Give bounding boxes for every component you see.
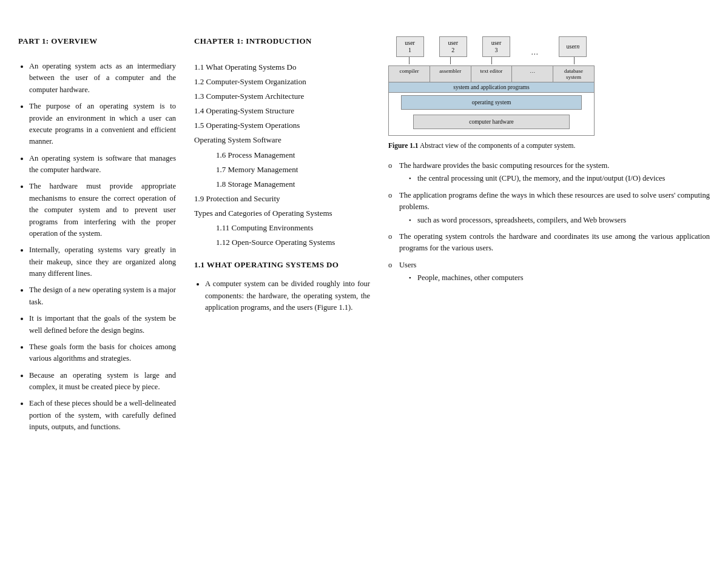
left-bullet-item: The purpose of an operating system is to… [29,101,176,148]
left-bullet-list: An operating system acts as an intermedi… [18,61,176,433]
vline-dots [533,57,533,65]
user-col-n: usern [559,36,587,57]
right-bullet-item: The application programs define the ways… [388,190,710,226]
bottom-spacer [389,132,594,135]
user-col-3: user3 [482,36,510,57]
toc-item: 1.8 Storage Management [194,178,370,191]
left-bullet-item: An operating system acts as an intermedi… [29,61,176,96]
user-box-1: user1 [396,36,424,57]
section-bullet-item: A computer system can be divided roughly… [205,278,370,313]
left-bullet-item: The hardware must provide appropriate me… [29,181,176,239]
text-editor-cell: text editor [471,66,513,82]
toc-item: 1.12 Open-Source Operating Systems [194,236,370,249]
vline-3 [491,57,492,64]
system-programs-row: compiler assembler text editor … databas… [389,66,594,82]
section-title: 1.1 WHAT OPERATING SYSTEMS DO [194,260,370,270]
right-bullet-item: UsersPeople, machines, other computers [388,259,710,284]
os-row-wrapper: operating system [389,93,594,112]
right-bullet-list: The hardware provides the basic computin… [388,160,710,284]
database-cell: databasesystem [553,66,594,82]
left-bullet-item: Each of these pieces should be a well-de… [29,398,176,433]
os-box: operating system [401,95,582,110]
section-bullet-list: A computer system can be divided roughly… [194,278,370,313]
right-sub-item: People, machines, other computers [409,272,710,284]
right-sub-item: the central processing unit (CPU), the m… [409,173,710,184]
toc-item: 1.3 Computer-System Architecture [194,90,370,103]
left-bullet-item: Internally, operating systems vary great… [29,244,176,279]
right-sub-list: People, machines, other computers [399,272,710,284]
right-sub-list: the central processing unit (CPU), the m… [399,173,710,184]
figure-caption-text: Abstract view of the components of a com… [420,142,575,149]
user-col-2: user2 [439,36,467,57]
toc-item: 1.2 Computer-System Organization [194,75,370,89]
right-sub-item: such as word processors, spreadsheets, c… [409,215,710,226]
user-box-3: user3 [482,36,510,57]
figure-container: user1 user2 user3 … usern [388,36,710,150]
toc-item: 1.1 What Operating Systems Do [194,61,370,74]
user-box-n: usern [559,36,587,57]
toc-item: 1.7 Memory Management [194,163,370,176]
middle-column: CHAPTER 1: INTRODUCTION 1.1 What Operati… [188,36,376,538]
right-bullet-item: The operating system controls the hardwa… [388,231,710,255]
right-sub-list: such as word processors, spreadsheets, c… [399,215,710,226]
toc-section: 1.1 What Operating Systems Do1.2 Compute… [194,61,370,249]
toc-item: Types and Categories of Operating System… [194,207,370,220]
hw-row-wrapper: computer hardware [389,112,594,132]
figure-caption: Figure 1.1 Abstract view of the componen… [388,141,575,150]
users-row: user1 user2 user3 … usern [388,36,595,57]
user-box-2: user2 [439,36,467,57]
toc-item: 1.6 Process Management [194,149,370,162]
toc-item: 1.5 Operating-System Operations [194,119,370,132]
page-container: PART 1: OVERVIEW An operating system act… [0,0,728,562]
assembler-cell: assembler [430,66,471,82]
left-bullet-item: The design of a new operating system is … [29,284,176,308]
toc-item: 1.11 Computing Environments [194,221,370,235]
figure-caption-bold: Figure 1.1 [388,142,419,149]
left-bullet-item: An operating system is software that man… [29,153,176,176]
toc-item: 1.9 Protection and Security [194,192,370,206]
chapter-title: CHAPTER 1: INTRODUCTION [194,36,370,46]
right-column: user1 user2 user3 … usern [376,36,710,538]
vline-n [574,57,575,64]
left-bullet-item: These goals form the basis for choices a… [29,341,176,365]
left-bullet-item: It is important that the goals of the sy… [29,313,176,336]
left-bullet-item: Because an operating system is large and… [29,370,176,393]
hw-box: computer hardware [413,115,570,129]
toc-item: Operating System Software [194,133,370,147]
user-col-dots: … [525,48,544,57]
dots-label: … [525,48,544,57]
inner-diagram: compiler assembler text editor … databas… [388,65,595,136]
left-column: PART 1: OVERVIEW An operating system act… [18,36,188,538]
vline-2 [450,57,451,64]
user-col-1: user1 [396,36,424,57]
dots-cell: … [512,66,553,82]
compiler-cell: compiler [389,66,430,82]
connector-lines [388,57,595,65]
sys-app-label: system and application programs [389,82,594,93]
right-bullet-item: The hardware provides the basic computin… [388,160,710,185]
vline-1 [409,57,410,64]
diagram-wrapper: user1 user2 user3 … usern [388,36,595,150]
toc-item: 1.4 Operating-System Structure [194,104,370,118]
part-title: PART 1: OVERVIEW [18,36,176,46]
